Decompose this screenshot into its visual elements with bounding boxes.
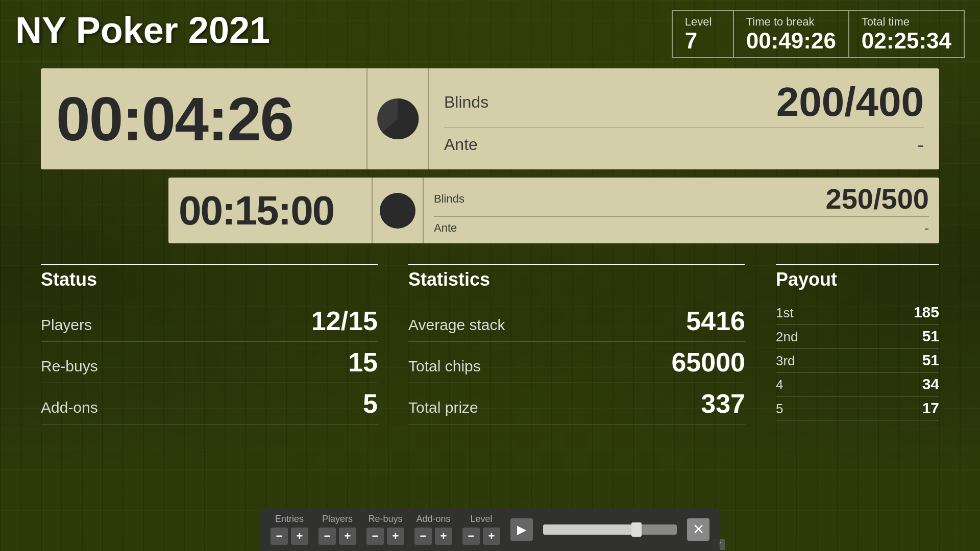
entries-group: Entries − + <box>271 514 308 545</box>
current-timer: 00:04:26 <box>56 88 293 149</box>
payout-row: 434 <box>776 372 939 396</box>
pie-chart-icon <box>375 96 421 142</box>
payout-place: 4 <box>776 377 783 393</box>
payout-amount: 34 <box>922 375 939 393</box>
blinds-label: Blinds <box>444 93 488 112</box>
avg-stack-row: Average stack 5416 <box>408 300 745 342</box>
stats-area: Status Players 12/15 Re-buys 15 Add-ons … <box>0 243 980 424</box>
current-blinds-section: Blinds 200/400 Ante - <box>429 68 939 169</box>
header-stats: Level 7 Time to break 00:49:26 Total tim… <box>672 10 965 58</box>
blinds-row: Blinds 200/400 <box>444 77 924 128</box>
next-ante-label: Ante <box>434 221 457 235</box>
statistics-column: Statistics Average stack 5416 Total chip… <box>408 264 745 424</box>
payout-row: 1st185 <box>776 300 939 324</box>
next-blinds-row: Blinds 250/500 <box>434 182 929 217</box>
next-timer: 00:15:00 <box>179 190 334 231</box>
app-title: NY Poker 2021 <box>15 10 270 51</box>
total-prize-value: 337 <box>701 388 745 419</box>
toolbar-addons-label: Add-ons <box>416 514 450 524</box>
level-group: Level − + <box>462 514 500 545</box>
total-prize-row: Total prize 337 <box>408 383 745 424</box>
play-button[interactable]: ▶ <box>510 518 533 541</box>
next-level-card: 00:15:00 Blinds 250/500 Ante - <box>168 178 939 243</box>
entries-increment[interactable]: + <box>291 528 308 545</box>
avg-stack-label: Average stack <box>408 316 505 334</box>
ante-label: Ante <box>444 135 478 154</box>
rebuys-label: Re-buys <box>41 358 98 375</box>
payout-place: 3rd <box>776 353 795 369</box>
rebuys-row: Re-buys 15 <box>41 342 378 383</box>
payout-place: 2nd <box>776 329 798 345</box>
avg-stack-value: 5416 <box>686 306 745 336</box>
level-decrement[interactable]: − <box>462 528 480 545</box>
payout-place: 5 <box>776 401 783 417</box>
next-blinds-value: 250/500 <box>826 185 929 213</box>
current-level-card: 00:04:26 Blinds 200/400 Ante - <box>41 68 939 169</box>
status-column: Status Players 12/15 Re-buys 15 Add-ons … <box>41 264 378 424</box>
ante-value: - <box>917 133 924 156</box>
progress-handle[interactable] <box>631 522 642 537</box>
total-prize-label: Total prize <box>408 399 478 416</box>
addons-buttons: − + <box>414 528 452 545</box>
current-icon-section <box>368 68 429 169</box>
total-chips-row: Total chips 65000 <box>408 342 745 383</box>
toolbar: Entries − + Players − + Re-buys − + <box>260 508 720 551</box>
total-time-label: Total time <box>862 15 951 29</box>
players-value: 12/15 <box>311 306 378 336</box>
payout-row: 517 <box>776 396 939 420</box>
circle-icon <box>380 193 415 229</box>
blinds-value: 200/400 <box>776 82 924 122</box>
progress-fill <box>543 524 636 535</box>
time-to-break-value: 00:49:26 <box>746 29 836 53</box>
addons-decrement[interactable]: − <box>414 528 432 545</box>
toolbar-level-label: Level <box>470 514 492 524</box>
status-title: Status <box>41 264 378 290</box>
payout-title: Payout <box>776 264 939 290</box>
ante-row: Ante - <box>444 128 924 161</box>
next-icon-section <box>373 178 424 243</box>
next-ante-row: Ante - <box>434 217 929 239</box>
payout-row: 3rd51 <box>776 348 939 372</box>
players-buttons: − + <box>318 528 356 545</box>
players-group: Players − + <box>318 514 356 545</box>
next-blinds-section: Blinds 250/500 Ante - <box>424 178 939 243</box>
rebuys-value: 15 <box>348 347 378 378</box>
rebuys-group: Re-buys − + <box>366 514 404 545</box>
level-block: Level 7 <box>673 11 734 57</box>
close-button[interactable]: ✕ <box>687 518 709 541</box>
level-label: Level <box>685 15 721 29</box>
players-label: Players <box>41 316 92 334</box>
time-to-break-block: Time to break 00:49:26 <box>734 11 849 57</box>
addons-row: Add-ons 5 <box>41 383 378 424</box>
time-to-break-label: Time to break <box>746 15 836 29</box>
total-time-value: 02:25:34 <box>862 29 951 53</box>
payout-amount: 51 <box>922 352 939 369</box>
next-blinds-label: Blinds <box>434 192 464 206</box>
addons-value: 5 <box>363 388 378 419</box>
rebuys-buttons: − + <box>366 528 404 545</box>
statistics-title: Statistics <box>408 264 745 290</box>
rebuys-decrement[interactable]: − <box>366 528 384 545</box>
payout-amount: 51 <box>922 328 939 345</box>
payout-rows: 1st1852nd513rd51434517 <box>776 300 939 420</box>
addons-label: Add-ons <box>41 399 98 416</box>
current-timer-section: 00:04:26 <box>41 68 368 169</box>
toolbar-players-label: Players <box>322 514 353 524</box>
payout-column: Payout 1st1852nd513rd51434517 <box>776 264 939 424</box>
progress-bar[interactable] <box>543 524 677 535</box>
entries-decrement[interactable]: − <box>271 528 288 545</box>
payout-row: 2nd51 <box>776 324 939 348</box>
level-value: 7 <box>685 29 721 53</box>
players-increment[interactable]: + <box>339 528 356 545</box>
level-increment[interactable]: + <box>483 528 500 545</box>
payout-amount: 17 <box>922 399 939 417</box>
header: NY Poker 2021 Level 7 Time to break 00:4… <box>0 0 980 58</box>
rebuys-increment[interactable]: + <box>387 528 404 545</box>
players-decrement[interactable]: − <box>318 528 336 545</box>
total-chips-label: Total chips <box>408 358 481 375</box>
addons-group: Add-ons − + <box>414 514 452 545</box>
entries-label: Entries <box>275 514 304 524</box>
next-ante-value: - <box>924 220 929 236</box>
addons-increment[interactable]: + <box>435 528 452 545</box>
total-chips-value: 65000 <box>671 347 745 378</box>
